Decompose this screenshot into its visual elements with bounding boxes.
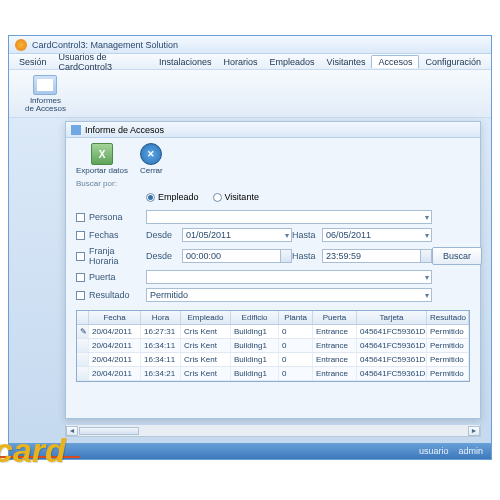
radio-visitante[interactable]: Visitante [213, 192, 259, 202]
buscar-button[interactable]: Buscar [432, 247, 482, 265]
statusbar: usuario admin [9, 443, 491, 459]
ribbon-label-line2: de Accesos [25, 105, 66, 113]
radio-empleado-label: Empleado [158, 192, 199, 202]
app-icon [15, 39, 27, 51]
close-button[interactable]: Cerrar [140, 143, 163, 175]
status-user: admin [458, 446, 483, 456]
ribbon-informes-accesos[interactable]: Informes de Accesos [19, 73, 72, 115]
col-hora[interactable]: Hora [141, 311, 181, 324]
results-grid[interactable]: FechaHoraEmpleadoEdificioPlantaPuertaTar… [76, 310, 470, 382]
col-empleado[interactable]: Empleado [181, 311, 231, 324]
close-icon [140, 143, 162, 165]
menubar[interactable]: SesiónUsuarios de CardControl3Instalacio… [9, 54, 491, 70]
col-planta[interactable]: Planta [279, 311, 313, 324]
scroll-track[interactable] [78, 427, 468, 435]
resultado-combo[interactable]: Permitido [146, 288, 432, 302]
fechas-desde-label: Desde [146, 230, 182, 240]
menu-sesión[interactable]: Sesión [13, 56, 53, 68]
search-by-label: Buscar por: [76, 179, 470, 188]
radio-visitante-label: Visitante [225, 192, 259, 202]
menu-configuración[interactable]: Configuración [419, 56, 487, 68]
franja-hasta-input[interactable]: 23:59:59 [322, 249, 432, 263]
chk-franja[interactable]: Franja Horaria [76, 246, 146, 266]
chk-fechas[interactable]: Fechas [76, 230, 146, 240]
col-rowheader[interactable] [77, 311, 89, 324]
menu-instalaciones[interactable]: Instalaciones [153, 56, 218, 68]
export-button[interactable]: Exportar datos [76, 143, 128, 175]
menu-horarios[interactable]: Horarios [218, 56, 264, 68]
dialog-informe-accesos: Informe de Accesos Exportar datos Cerrar… [65, 121, 481, 419]
col-tarjeta[interactable]: Tarjeta [357, 311, 427, 324]
menu-empleados[interactable]: Empleados [264, 56, 321, 68]
grid-header[interactable]: FechaHoraEmpleadoEdificioPlantaPuertaTar… [77, 311, 469, 325]
scroll-right-arrow[interactable]: ► [468, 426, 480, 436]
status-user-label: usuario [419, 446, 449, 456]
table-row[interactable]: 20/04/201116:34:11Cris KentBuilding10Ent… [77, 339, 469, 353]
dialog-titlebar[interactable]: Informe de Accesos [66, 122, 480, 138]
col-fecha[interactable]: Fecha [89, 311, 141, 324]
dialog-title: Informe de Accesos [85, 125, 164, 135]
scroll-left-arrow[interactable]: ◄ [66, 426, 78, 436]
close-label: Cerrar [140, 166, 163, 175]
fechas-desde-input[interactable]: 01/05/2011 [182, 228, 292, 242]
col-puerta[interactable]: Puerta [313, 311, 357, 324]
puerta-combo[interactable] [146, 270, 432, 284]
app-window: CardControl3: Management Solution Sesión… [8, 35, 492, 460]
franja-hasta-label: Hasta [292, 251, 322, 261]
horizontal-scrollbar[interactable]: ◄ ► [65, 425, 481, 437]
dialog-body: Exportar datos Cerrar Buscar por: Emplea… [66, 138, 480, 387]
menu-accesos[interactable]: Accesos [371, 55, 419, 68]
persona-combo[interactable] [146, 210, 432, 224]
watermark-line [0, 456, 80, 458]
export-label: Exportar datos [76, 166, 128, 175]
chk-resultado[interactable]: Resultado [76, 290, 146, 300]
chk-puerta[interactable]: Puerta [76, 272, 146, 282]
table-row[interactable]: 20/04/201116:34:21Cris KentBuilding10Ent… [77, 367, 469, 381]
dialog-icon [71, 125, 81, 135]
franja-desde-input[interactable]: 00:00:00 [182, 249, 292, 263]
table-row[interactable]: ✎20/04/201116:27:31Cris KentBuilding10En… [77, 325, 469, 339]
col-edificio[interactable]: Edificio [231, 311, 279, 324]
menu-visitantes[interactable]: Visitantes [321, 56, 372, 68]
filter-grid: Empleado Visitante Persona Fechas Desde … [76, 192, 470, 302]
chk-persona[interactable]: Persona [76, 212, 146, 222]
fechas-hasta-label: Hasta [292, 230, 322, 240]
scroll-thumb[interactable] [79, 427, 139, 435]
franja-desde-label: Desde [146, 251, 182, 261]
ribbon: Informes de Accesos [9, 70, 491, 118]
app-title: CardControl3: Management Solution [32, 40, 178, 50]
table-row[interactable]: 20/04/201116:34:11Cris KentBuilding10Ent… [77, 353, 469, 367]
excel-icon [91, 143, 113, 165]
fechas-hasta-input[interactable]: 06/05/2011 [322, 228, 432, 242]
col-resultado[interactable]: Resultado [427, 311, 469, 324]
radio-empleado[interactable]: Empleado [146, 192, 199, 202]
grid-body[interactable]: ✎20/04/201116:27:31Cris KentBuilding10En… [77, 325, 469, 381]
workspace: Informe de Accesos Exportar datos Cerrar… [9, 118, 491, 443]
report-icon [33, 75, 57, 95]
menu-usuarios-de-cardcontrol3[interactable]: Usuarios de CardControl3 [53, 51, 153, 73]
